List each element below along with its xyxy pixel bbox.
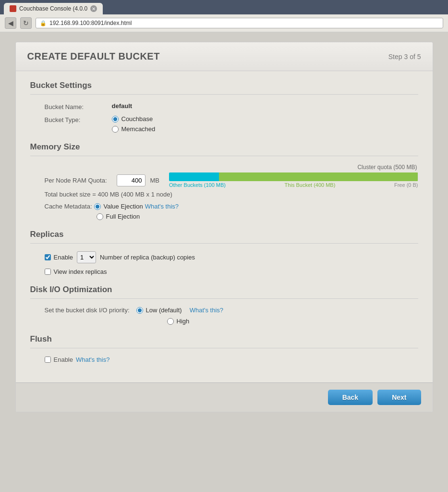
url-text: 192.168.99.100:8091/index.html [49,20,132,26]
address-bar[interactable]: 🔒 192.168.99.100:8091/index.html [36,18,443,28]
browser-chrome: Couchbase Console (4.0.0 ✕ [0,0,448,14]
value-ejection-radio[interactable] [94,203,101,210]
cyan-label: Other Buckets (100 MB) [169,182,226,188]
panel-footer: Back Next [16,382,433,412]
disk-io-section: Disk I/O Optimization Set the bucket dis… [30,285,418,325]
flush-row: Enable What's this? [30,356,418,363]
progress-bar [169,172,418,181]
bucket-name-value: default [112,102,133,110]
disk-whats-this-link[interactable]: What's this? [190,307,223,314]
cache-metadata-label: Cache Metadata: [45,203,92,210]
low-priority-option[interactable]: Low (default) [136,307,182,314]
ram-quota-label: Per Node RAM Quota: [45,177,112,184]
replica-count-select[interactable]: 1 2 3 [77,251,96,263]
address-icon: 🔒 [40,20,47,26]
full-ejection-option[interactable]: Full Ejection [97,213,418,220]
flush-whats-this-link[interactable]: What's this? [76,356,109,363]
bucket-type-label: Bucket Type: [45,115,112,123]
enable-replicas-text: Enable [54,254,73,261]
page-background: CREATE DEFAULT BUCKET Step 3 of 5 Bucket… [0,32,448,486]
view-index-replicas-label: View index replicas [54,268,107,275]
bucket-type-row: Bucket Type: Couchbase Memcached [30,115,418,133]
panel-body: Bucket Settings Bucket Name: default Buc… [16,71,433,382]
disk-priority-label: Set the bucket disk I/O priority: [45,307,130,314]
couchbase-option[interactable]: Couchbase [112,115,156,123]
progress-container: Other Buckets (100 MB) This Bucket (400 … [169,172,418,188]
enable-replicas-label[interactable]: Enable [45,254,73,261]
cache-metadata-row: Cache Metadata: Value Ejection What's th… [30,203,418,220]
reload-button[interactable]: ↻ [20,17,32,29]
step-indicator: Step 3 of 5 [388,53,421,61]
ram-unit: MB [150,177,160,184]
cluster-quota-label: Cluster quota (500 MB) [45,164,418,171]
value-ejection-option[interactable]: Value Ejection [94,203,143,210]
back-button[interactable]: Back [328,390,373,405]
free-label: Free (0 B) [394,182,418,188]
back-button[interactable]: ◀ [5,17,16,29]
browser-toolbar: ◀ ↻ 🔒 192.168.99.100:8091/index.html [0,14,448,32]
view-index-row: View index replicas [30,268,418,275]
high-priority-label: High [177,318,190,325]
disk-priority-row: Set the bucket disk I/O priority: Low (d… [30,307,418,314]
progress-bar-green [219,172,418,181]
enable-replicas-checkbox[interactable] [45,254,51,260]
replica-count-label: Number of replica (backup) copies [100,254,195,261]
bucket-name-label: Bucket Name: [45,102,112,111]
flush-section: Flush Enable What's this? [30,334,418,363]
next-button[interactable]: Next [377,390,421,405]
couchbase-label: Couchbase [121,115,153,123]
memcached-label: Memcached [121,125,156,133]
high-priority-option[interactable]: High [167,318,418,325]
memcached-option[interactable]: Memcached [112,125,156,133]
panel-title: CREATE DEFAULT BUCKET [27,51,160,62]
memory-size-title: Memory Size [30,142,418,156]
ram-input[interactable] [117,174,145,186]
replicas-row: Enable 1 2 3 Number of replica (backup) … [30,251,418,263]
memcached-radio[interactable] [112,126,119,133]
tab-title: Couchbase Console (4.0.0 [19,5,87,12]
high-priority-radio[interactable] [167,318,174,325]
progress-bar-cyan [169,172,219,181]
low-priority-radio[interactable] [136,307,143,314]
browser-tab[interactable]: Couchbase Console (4.0.0 ✕ [4,3,103,14]
full-ejection-label: Full Ejection [106,213,140,220]
flush-title: Flush [30,334,418,348]
flush-enable-label: Enable [54,356,73,363]
couchbase-radio[interactable] [112,116,119,123]
bucket-name-row: Bucket Name: default [30,102,418,111]
view-index-replicas-checkbox[interactable] [45,269,51,275]
total-info: Total bucket size = 400 MB (400 MB x 1 n… [30,191,418,198]
flush-enable-checkbox[interactable] [45,357,51,363]
full-ejection-radio[interactable] [97,213,103,220]
bucket-settings-title: Bucket Settings [30,81,418,95]
panel-header: CREATE DEFAULT BUCKET Step 3 of 5 [16,42,433,71]
cache-inline: Cache Metadata: Value Ejection What's th… [45,203,418,210]
disk-io-title: Disk I/O Optimization [30,285,418,299]
green-label: This Bucket (400 MB) [285,182,336,188]
bucket-settings-section: Bucket Settings Bucket Name: default Buc… [30,81,418,133]
replicas-title: Replicas [30,230,418,244]
ram-row: Per Node RAM Quota: MB Other Buckets (10… [45,172,418,188]
value-ejection-label: Value Ejection [104,203,143,210]
main-panel: CREATE DEFAULT BUCKET Step 3 of 5 Bucket… [15,42,433,412]
progress-labels: Other Buckets (100 MB) This Bucket (400 … [169,182,418,188]
bucket-type-group: Couchbase Memcached [112,115,156,133]
tab-favicon [10,5,16,12]
low-priority-label: Low (default) [146,307,182,314]
tab-close-button[interactable]: ✕ [90,5,97,12]
replicas-section: Replicas Enable 1 2 3 Number of replica … [30,230,418,275]
cache-whats-this-link[interactable]: What's this? [145,203,179,210]
memory-content: Cluster quota (500 MB) Per Node RAM Quot… [30,164,418,188]
memory-size-section: Memory Size Cluster quota (500 MB) Per N… [30,142,418,220]
